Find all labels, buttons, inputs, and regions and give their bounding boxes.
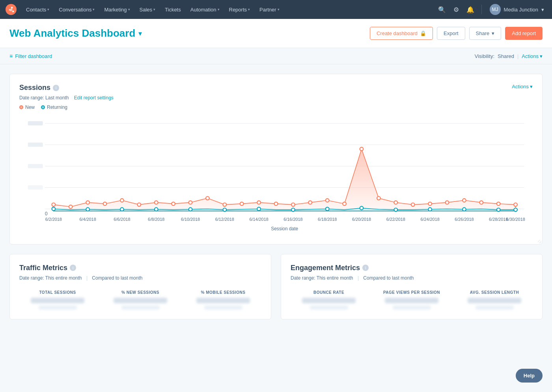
page-header: Web Analytics Dashboard ▾ Create dashboa… (0, 19, 552, 48)
engagement-title-group: Engagement Metrics i (291, 264, 369, 272)
datapoint (52, 203, 55, 207)
svg-text:6/4/2018: 6/4/2018 (80, 217, 96, 222)
traffic-date-range: Date range: This entire month | Compared… (19, 275, 261, 281)
metric-total-sessions-label: TOTAL SESSIONS (19, 290, 96, 295)
metric-bounce-rate-value (302, 298, 356, 303)
title-dropdown-icon[interactable]: ▾ (138, 29, 142, 38)
filter-icon: ≡ (9, 53, 13, 59)
metric-page-views-value (385, 298, 438, 303)
nav-conversations[interactable]: Conversations▾ (55, 4, 99, 15)
metric-bounce-rate-change (310, 306, 348, 310)
datapoint (155, 201, 158, 204)
avatar: MJ (490, 4, 501, 15)
sessions-chart: 0 (19, 115, 533, 235)
sessions-card-header: Sessions i Actions ▾ (19, 84, 533, 92)
datapoint (257, 201, 261, 204)
metric-session-length: AVG. SESSION LENGTH (456, 290, 533, 310)
datapoint-spike (360, 147, 364, 151)
add-report-button[interactable]: Add report (505, 27, 543, 40)
nav-icon-group: 🔍 ⚙ 🔔 MJ Media Junction ▾ (436, 2, 547, 17)
share-button[interactable]: Share ▾ (469, 27, 502, 40)
nav-reports[interactable]: Reports▾ (225, 4, 254, 15)
ret-datapoint (462, 207, 466, 211)
svg-rect-8 (28, 143, 43, 147)
metric-new-sessions-value (114, 298, 167, 303)
sessions-legend: New Returning (19, 105, 533, 110)
svg-text:6/28/2018: 6/28/2018 (489, 217, 508, 222)
legend-new-dot (19, 105, 23, 109)
engagement-metrics-card: Engagement Metrics i Date range: This en… (281, 254, 543, 319)
page-title: Web Analytics Dashboard (9, 27, 135, 39)
datapoint (69, 205, 73, 209)
ret-datapoint (120, 207, 124, 211)
ret-datapoint (428, 207, 432, 211)
resize-handle[interactable] (536, 238, 542, 244)
svg-text:0: 0 (45, 211, 48, 217)
datapoint (206, 196, 209, 200)
sessions-actions-button[interactable]: Actions ▾ (512, 84, 533, 90)
traffic-info-icon[interactable]: i (70, 265, 76, 271)
traffic-card-title: Traffic Metrics (19, 264, 67, 272)
metric-page-views-change (393, 306, 431, 310)
traffic-card-header: Traffic Metrics i (19, 264, 261, 272)
header-actions: Create dashboard 🔒 Export Share ▾ Add re… (370, 27, 543, 40)
metric-total-sessions: TOTAL SESSIONS (19, 290, 96, 310)
visibility-value: Shared (498, 53, 514, 59)
ret-datapoint (257, 207, 261, 211)
nav-partner[interactable]: Partner▾ (255, 4, 283, 15)
engagement-info-icon[interactable]: i (362, 265, 369, 271)
datapoint (120, 199, 124, 202)
datapoint (411, 203, 415, 207)
datapoint (428, 202, 432, 205)
metric-bounce-rate: BOUNCE RATE (291, 290, 367, 310)
settings-icon[interactable]: ⚙ (450, 3, 462, 16)
metric-mobile-sessions: % MOBILE SESSIONS (185, 290, 261, 310)
ret-datapoint (86, 207, 90, 211)
nav-contacts[interactable]: Contacts▾ (22, 4, 53, 15)
filter-dashboard-button[interactable]: ≡ Filter dashboard (9, 53, 52, 59)
svg-text:Session date: Session date (271, 226, 298, 231)
datapoint (326, 199, 329, 202)
datapoint (189, 201, 192, 204)
metric-page-views-label: PAGE VIEWS PER SESSION (373, 290, 450, 295)
metric-new-sessions-label: % NEW SESSIONS (102, 290, 179, 295)
nav-automation[interactable]: Automation▾ (186, 4, 224, 15)
svg-point-0 (6, 4, 17, 15)
datapoint (291, 203, 295, 207)
actions-dropdown-button[interactable]: Actions ▾ (522, 53, 543, 59)
search-icon[interactable]: 🔍 (436, 3, 448, 16)
svg-text:6/8/2018: 6/8/2018 (148, 217, 164, 222)
datapoint (377, 196, 380, 200)
ret-datapoint (326, 207, 329, 211)
nav-divider (481, 5, 482, 14)
sessions-info-icon[interactable]: i (53, 85, 59, 91)
nav-tickets[interactable]: Tickets (161, 4, 185, 15)
nav-marketing[interactable]: Marketing▾ (100, 4, 134, 15)
legend-new: New (19, 105, 35, 110)
lock-icon: 🔒 (420, 30, 426, 36)
svg-rect-7 (28, 121, 43, 125)
page-title-group: Web Analytics Dashboard ▾ (9, 27, 142, 39)
hubspot-logo[interactable] (5, 3, 17, 16)
datapoint (137, 203, 141, 207)
svg-text:6/22/2018: 6/22/2018 (386, 217, 405, 222)
datapoint (103, 202, 107, 205)
user-menu[interactable]: MJ Media Junction ▾ (487, 2, 547, 17)
metric-mobile-sessions-label: % MOBILE SESSIONS (185, 290, 261, 295)
ret-datapoint (360, 206, 364, 210)
create-dashboard-button[interactable]: Create dashboard 🔒 (370, 27, 433, 40)
pipe-separator: | (517, 53, 518, 59)
notifications-icon[interactable]: 🔔 (464, 3, 477, 16)
visibility-group: Visibility: Shared | Actions ▾ (475, 53, 543, 59)
svg-text:6/24/2018: 6/24/2018 (421, 217, 440, 222)
nav-sales[interactable]: Sales▾ (136, 4, 160, 15)
datapoint (308, 201, 312, 204)
edit-report-settings-link[interactable]: Edit report settings (74, 95, 114, 101)
export-button[interactable]: Export (437, 27, 465, 40)
share-chevron-icon: ▾ (492, 30, 494, 36)
sessions-card-title: Sessions (19, 84, 50, 92)
ret-datapoint (514, 208, 517, 212)
ret-datapoint (189, 207, 192, 211)
metric-total-sessions-value (31, 298, 84, 303)
traffic-metrics-row: TOTAL SESSIONS % NEW SESSIONS % MOBILE S… (19, 290, 261, 310)
